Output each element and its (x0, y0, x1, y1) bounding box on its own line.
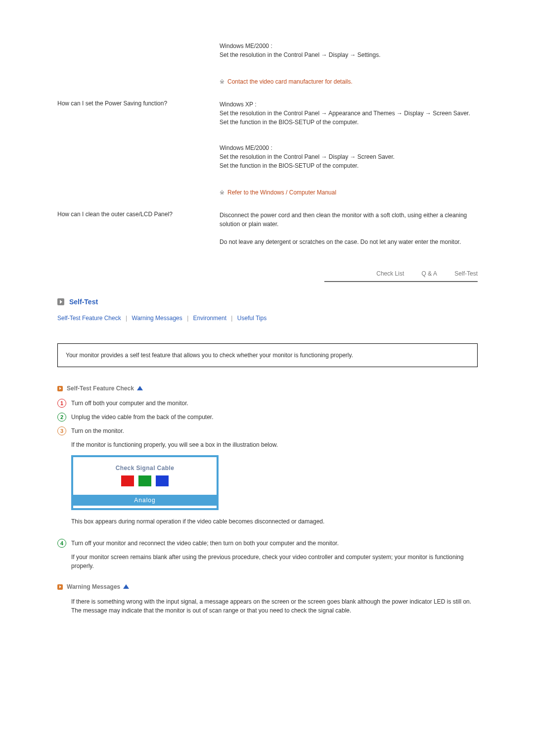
anchor-nav: Self-Test Feature Check | Warning Messag… (57, 315, 478, 322)
question-text: How can I clean the outer case/LCD Panel… (57, 211, 220, 246)
back-to-top-icon[interactable] (123, 584, 129, 589)
note-text: ※Refer to the Windows / Computer Manual (220, 188, 478, 197)
sub-nav: Check List Q & A Self-Test (57, 246, 478, 282)
section-header: Self-Test (57, 298, 478, 306)
section-title: Self-Test (69, 298, 98, 306)
sub-section-title: Self-Test Feature Check (67, 385, 134, 392)
anchor-warning-messages[interactable]: Warning Messages (132, 315, 182, 322)
separator: | (231, 315, 232, 322)
sub-section-header: Self-Test Feature Check (57, 385, 478, 392)
step-item: 3 Turn on the monitor. (57, 426, 478, 435)
illustration-bar: Analog (73, 495, 217, 506)
step-text: Turn on the monitor. (71, 426, 478, 435)
note-icon: ※ (220, 78, 224, 85)
anchor-environment[interactable]: Environment (193, 315, 226, 322)
anchor-selftest-check[interactable]: Self-Test Feature Check (57, 315, 121, 322)
note-text: ※Contact the video card manufacturer for… (220, 77, 478, 86)
step-item: 1 Turn off both your computer and the mo… (57, 399, 478, 408)
divider (324, 281, 478, 282)
qa-row: How can I set the Power Saving function?… (57, 100, 478, 197)
step-subtext: If the monitor is functioning properly, … (71, 440, 478, 449)
play-bullet-small-icon (57, 584, 63, 590)
blue-square-icon (156, 475, 169, 486)
manual-page: Windows ME/2000 : Set the resolution in … (0, 0, 534, 655)
anchor-useful-tips[interactable]: Useful Tips (237, 315, 267, 322)
callout-box: Your monitor provides a self test featur… (57, 343, 478, 367)
step-item: 2 Unplug the video cable from the back o… (57, 413, 478, 422)
step-number-3-icon: 3 (57, 426, 66, 435)
play-bullet-small-icon (57, 386, 63, 391)
answer-text: Windows ME/2000 : (220, 143, 478, 152)
signal-cable-illustration: Check Signal Cable Analog (71, 455, 219, 510)
step-number-4-icon: 4 (57, 539, 66, 548)
illustration-title: Check Signal Cable (79, 460, 211, 475)
answer-text: Windows XP : (220, 100, 478, 109)
sub-section-header: Warning Messages (57, 583, 478, 590)
answer-text: Disconnect the power cord and then clean… (220, 211, 478, 229)
qa-row: Windows ME/2000 : Set the resolution in … (57, 42, 478, 86)
subnav-selftest[interactable]: Self-Test (454, 270, 478, 280)
qa-row: How can I clean the outer case/LCD Panel… (57, 211, 478, 246)
step-text: Turn off both your computer and the moni… (71, 399, 478, 408)
answer-text: Set the resolution in the Control Panel … (220, 50, 478, 59)
step-subtext: If your monitor screen remains blank aft… (71, 553, 478, 570)
answer-text: Set the resolution in the Control Panel … (220, 152, 478, 170)
qa-table: Windows ME/2000 : Set the resolution in … (57, 42, 478, 246)
step-number-1-icon: 1 (57, 399, 66, 408)
subnav-qa[interactable]: Q & A (422, 270, 437, 280)
red-square-icon (121, 475, 134, 486)
green-square-icon (138, 475, 151, 486)
subnav-checklist[interactable]: Check List (376, 270, 404, 280)
answer-text: Set the resolution in the Control Panel … (220, 109, 478, 127)
warning-body-text: If there is something wrong with the inp… (71, 597, 478, 615)
step-text: Unplug the video cable from the back of … (71, 413, 478, 422)
step-number-2-icon: 2 (57, 413, 66, 422)
question-text: How can I set the Power Saving function? (57, 100, 220, 197)
step-text: Turn off your monitor and reconnect the … (71, 539, 478, 548)
back-to-top-icon[interactable] (137, 386, 143, 390)
sub-section-title: Warning Messages (67, 583, 120, 590)
answer-text: Do not leave any detergent or scratches … (220, 237, 478, 246)
play-bullet-icon (57, 298, 64, 305)
step-item: 4 Turn off your monitor and reconnect th… (57, 539, 478, 548)
step-subtext: This box appears during normal operation… (71, 517, 478, 526)
steps-list: 1 Turn off both your computer and the mo… (57, 399, 478, 570)
answer-text: Windows ME/2000 : (220, 42, 478, 50)
separator: | (187, 315, 188, 322)
note-icon: ※ (220, 189, 224, 196)
separator: | (126, 315, 127, 322)
